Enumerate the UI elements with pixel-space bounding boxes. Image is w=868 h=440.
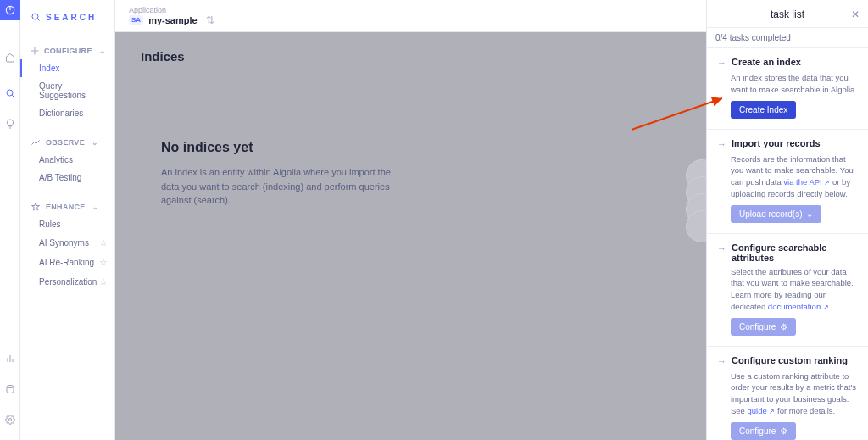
search-nav-icon[interactable]	[0, 83, 20, 103]
nav-analytics[interactable]: Analytics	[20, 151, 114, 169]
gear-icon: ⚙	[780, 322, 787, 331]
section-observe[interactable]: OBSERVE ⌄	[20, 132, 114, 151]
empty-title: No indices yet	[161, 140, 681, 155]
app-badge: SA	[129, 15, 143, 25]
task-import-records: →Import your records Records are the inf…	[707, 130, 868, 234]
chevron-down-icon: ⌄	[92, 138, 98, 147]
nav-rules[interactable]: Rules	[20, 215, 114, 233]
chevron-down-icon: ⌄	[92, 203, 99, 211]
app-label: Application	[129, 6, 214, 14]
product-title: SEARCH	[20, 8, 114, 31]
page-title: Indices	[141, 49, 681, 64]
svg-point-4	[32, 14, 38, 19]
chevron-down-icon: ⌄	[806, 209, 813, 219]
empty-desc: An index is an entity within Algolia whe…	[161, 165, 398, 208]
brand-logo[interactable]	[0, 0, 20, 20]
documentation-link[interactable]: documentation ↗	[768, 302, 829, 311]
task-progress: 0/4 tasks completed	[707, 27, 868, 48]
create-index-button[interactable]: Create Index	[731, 101, 796, 119]
selector-chevron-icon: ⇅	[206, 14, 214, 26]
product-name: SEARCH	[46, 13, 97, 22]
nav-index[interactable]: Index	[20, 59, 114, 77]
nav-ai-synonyms[interactable]: AI Synonyms☆	[20, 233, 114, 253]
via-api-link[interactable]: via the API ↗	[783, 177, 830, 187]
nav-ab-testing[interactable]: A/B Testing	[20, 169, 114, 187]
svg-point-3	[8, 419, 11, 421]
empty-state: No indices yet An index is an entity wit…	[141, 140, 681, 208]
section-configure[interactable]: CONFIGURE ⌄	[20, 41, 114, 59]
arrow-icon: →	[717, 355, 726, 367]
task-panel: task list ✕ 0/4 tasks completed →Create …	[706, 0, 868, 440]
home-icon[interactable]	[0, 47, 20, 68]
arrow-icon: →	[717, 57, 726, 69]
svg-point-5	[34, 50, 36, 52]
svg-point-2	[7, 386, 14, 388]
task-create-index: →Create an index An index stores the dat…	[707, 48, 868, 130]
arrow-icon: →	[717, 138, 726, 150]
gear-icon: ⚙	[780, 426, 787, 436]
task-searchable-attributes: →Configure searchable attributes Select …	[707, 234, 868, 347]
task-custom-ranking: →Configure custom ranking Use a custom r…	[707, 347, 868, 440]
settings-icon[interactable]	[0, 409, 20, 430]
chevron-down-icon: ⌄	[99, 47, 106, 55]
decoration-stack	[686, 159, 706, 227]
arrow-icon: →	[717, 242, 726, 254]
close-icon[interactable]: ✕	[851, 8, 860, 20]
nav-personalization[interactable]: Personalization☆	[20, 272, 114, 292]
nav-ai-reranking[interactable]: AI Re-Ranking☆	[20, 253, 114, 272]
task-desc: Use a custom ranking attribute to order …	[731, 370, 858, 417]
sidebar: SEARCH CONFIGURE ⌄ Index Query Suggestio…	[20, 0, 115, 440]
app-name: my-sample	[148, 15, 197, 25]
star-icon: ☆	[99, 237, 108, 248]
nav-query-suggestions[interactable]: Query Suggestions	[20, 77, 114, 104]
task-panel-title: task list	[771, 8, 804, 20]
svg-point-1	[7, 90, 13, 96]
app-selector[interactable]: Application SA my-sample ⇅	[129, 6, 214, 26]
guide-link[interactable]: guide ↗	[748, 406, 776, 415]
analytics-icon[interactable]	[0, 348, 20, 369]
configure-ranking-button[interactable]: Configure ⚙	[731, 422, 796, 440]
data-icon[interactable]	[0, 379, 20, 399]
task-desc: An index stores the data that you want t…	[731, 72, 858, 96]
star-icon: ☆	[99, 276, 108, 287]
task-desc: Records are the information that you wan…	[731, 153, 858, 200]
external-link-icon: ↗	[823, 304, 829, 311]
task-desc: Select the attributes of your data that …	[731, 266, 858, 313]
star-icon: ☆	[99, 257, 108, 268]
left-rail	[0, 0, 20, 440]
lightbulb-icon[interactable]	[0, 114, 20, 134]
main-content: Indices No indices yet An index is an en…	[115, 32, 706, 440]
upload-records-button[interactable]: Upload record(s) ⌄	[731, 205, 821, 223]
nav-dictionaries[interactable]: Dictionaries	[20, 104, 114, 122]
configure-searchable-button[interactable]: Configure ⚙	[731, 318, 796, 336]
section-enhance[interactable]: ENHANCE ⌄	[20, 197, 114, 215]
